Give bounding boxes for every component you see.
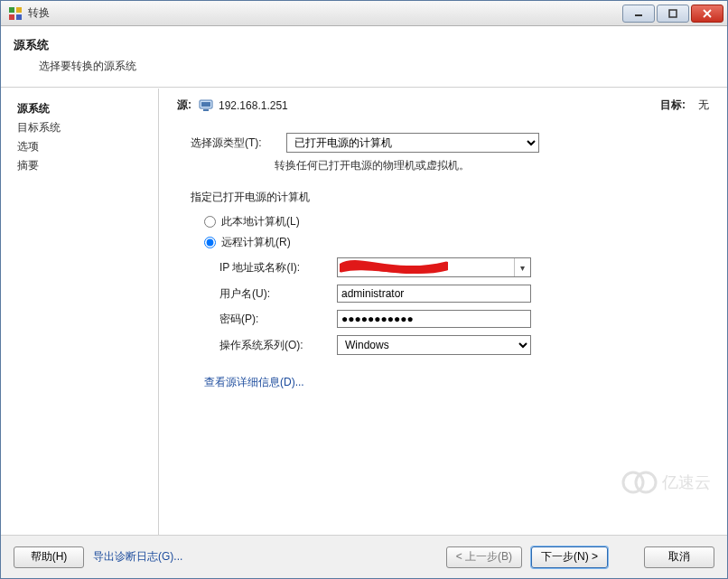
chevron-down-icon[interactable]: ▾ (514, 258, 530, 276)
window-controls (622, 5, 723, 23)
cancel-button[interactable]: 取消 (644, 546, 714, 568)
target-value: 无 (698, 98, 709, 113)
os-select[interactable]: Windows (337, 335, 531, 355)
app-icon (8, 6, 23, 21)
source-type-select[interactable]: 已打开电源的计算机 (286, 133, 539, 153)
next-button[interactable]: 下一步(N) > (531, 546, 608, 568)
svg-rect-3 (16, 14, 22, 20)
sidebar-item-source-system[interactable]: 源系统 (10, 99, 149, 118)
sidebar-item-summary[interactable]: 摘要 (10, 156, 149, 175)
powered-on-fieldset: 指定已打开电源的计算机 此本地计算机(L) 远程计算机(R) IP 地址或名称(… (191, 190, 709, 390)
sidebar-item-options[interactable]: 选项 (10, 137, 149, 156)
svg-rect-2 (9, 14, 14, 20)
radio-remote-row[interactable]: 远程计算机(R) (204, 235, 709, 250)
maximize-icon (668, 9, 677, 18)
os-label: 操作系统系列(O): (219, 338, 337, 353)
redacted-mark-icon (340, 260, 448, 275)
close-icon (703, 9, 712, 18)
help-button[interactable]: 帮助(H) (14, 546, 84, 568)
source-value-wrap: 192.168.1.251 (199, 99, 288, 112)
svg-rect-1 (16, 7, 22, 13)
password-field[interactable] (337, 310, 531, 328)
close-button[interactable] (691, 5, 723, 23)
svg-rect-0 (9, 7, 14, 13)
source-type-row: 选择源类型(T): 已打开电源的计算机 (191, 133, 709, 153)
sidebar-item-target-system[interactable]: 目标系统 (10, 118, 149, 137)
source-type-hint: 转换任何已打开电源的物理机或虚拟机。 (275, 158, 709, 173)
source-type-label: 选择源类型(T): (191, 135, 281, 151)
view-details-link[interactable]: 查看源详细信息(D)... (204, 375, 709, 390)
password-row: 密码(P): (219, 310, 709, 328)
ip-row: IP 地址或名称(I): ▾ (219, 257, 709, 277)
radio-local-label: 此本地计算机(L) (221, 214, 300, 229)
back-button[interactable]: < 上一步(B) (446, 546, 522, 568)
radio-local[interactable] (204, 216, 216, 228)
svg-point-12 (636, 472, 656, 492)
username-label: 用户名(U): (219, 286, 337, 302)
remote-form: IP 地址或名称(I): ▾ 用户名(U): (219, 257, 709, 355)
target-label: 目标: (660, 98, 686, 113)
watermark-logo: 亿速云 (619, 466, 727, 499)
window-title: 转换 (28, 5, 50, 21)
fieldset-title: 指定已打开电源的计算机 (191, 190, 709, 205)
svg-rect-5 (669, 10, 677, 17)
dialog-window: 转换 源系统 选择要转换的源系统 源系统 目标系统 选项 摘要 源: (0, 0, 728, 579)
radio-remote-label: 远程计算机(R) (221, 235, 291, 250)
wizard-footer: 帮助(H) 导出诊断日志(G)... < 上一步(B) 下一步(N) > 取消 (1, 535, 727, 578)
maximize-button[interactable] (657, 5, 689, 23)
source-label: 源: (177, 98, 191, 113)
os-row: 操作系统系列(O): Windows (219, 335, 709, 355)
svg-rect-10 (203, 109, 209, 111)
radio-remote[interactable] (204, 237, 216, 248)
page-title: 源系统 (14, 37, 727, 53)
wizard-header: 源系统 选择要转换的源系统 (1, 26, 727, 88)
radio-local-row[interactable]: 此本地计算机(L) (204, 214, 709, 229)
password-label: 密码(P): (219, 312, 337, 327)
ip-combobox[interactable]: ▾ (337, 257, 531, 277)
minimize-button[interactable] (622, 5, 655, 23)
ip-label: IP 地址或名称(I): (219, 260, 337, 275)
wizard-sidebar: 源系统 目标系统 选项 摘要 (1, 89, 159, 535)
svg-rect-9 (201, 102, 210, 107)
minimize-icon (634, 9, 643, 18)
titlebar[interactable]: 转换 (1, 1, 727, 26)
export-log-link[interactable]: 导出诊断日志(G)... (93, 549, 182, 565)
source-value: 192.168.1.251 (219, 99, 288, 112)
username-row: 用户名(U): (219, 285, 709, 303)
page-subtitle: 选择要转换的源系统 (39, 59, 727, 74)
source-target-row: 源: 192.168.1.251 目标: 无 (177, 98, 709, 113)
watermark-text: 亿速云 (661, 473, 711, 491)
computer-icon (199, 99, 213, 112)
username-field[interactable] (337, 285, 531, 303)
